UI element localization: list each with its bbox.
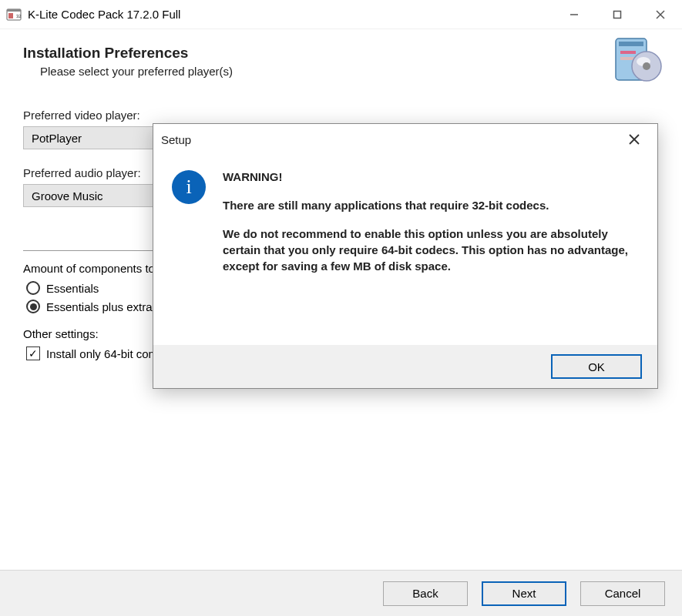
dialog-title: Setup xyxy=(153,124,657,155)
ok-button[interactable]: OK xyxy=(551,354,642,379)
page-heading: Installation Preferences xyxy=(23,45,659,62)
installer-logo-icon xyxy=(611,34,664,86)
radio-icon xyxy=(26,281,40,295)
cancel-button[interactable]: Cancel xyxy=(580,581,665,606)
warning-line2: We do not recommend to enable this optio… xyxy=(223,227,628,273)
back-button[interactable]: Back xyxy=(383,581,468,606)
svg-rect-9 xyxy=(619,42,643,46)
window-title: K-Lite Codec Pack 17.2.0 Full xyxy=(28,8,553,21)
svg-rect-2 xyxy=(8,13,13,18)
video-player-label: Preferred video player: xyxy=(23,109,659,122)
checkbox-icon xyxy=(26,346,40,360)
window-controls xyxy=(553,0,682,29)
minimize-button[interactable] xyxy=(553,0,596,29)
radio-essentials-extras-label: Essentials plus extras xyxy=(46,300,158,313)
dialog-footer: OK xyxy=(153,345,657,388)
video-player-value: PotPlayer xyxy=(32,132,82,145)
warning-dialog: Setup i WARNING! There are still many ap… xyxy=(153,123,658,389)
close-button[interactable] xyxy=(639,0,682,29)
footer: Back Next Cancel xyxy=(0,570,682,616)
app-icon: 321 xyxy=(6,7,22,22)
next-button[interactable]: Next xyxy=(482,581,566,606)
info-icon: i xyxy=(172,170,206,204)
radio-essentials-label: Essentials xyxy=(46,282,99,295)
svg-rect-1 xyxy=(7,9,21,12)
maximize-button[interactable] xyxy=(596,0,639,29)
svg-rect-5 xyxy=(614,11,621,18)
audio-player-value: Groove Music xyxy=(32,189,103,203)
dialog-body: i WARNING! There are still many applicat… xyxy=(153,155,657,286)
radio-icon xyxy=(26,300,40,313)
titlebar: 321 K-Lite Codec Pack 17.2.0 Full xyxy=(0,0,682,29)
page-subheading: Please select your preferred player(s) xyxy=(23,65,659,78)
warning-line1: There are still many applications that r… xyxy=(223,199,549,212)
svg-text:321: 321 xyxy=(16,14,22,18)
dialog-close-button[interactable] xyxy=(617,127,651,152)
warning-heading: WARNING! xyxy=(223,170,283,183)
svg-rect-10 xyxy=(620,51,636,54)
svg-point-14 xyxy=(643,62,650,70)
dialog-text: WARNING! There are still many applicatio… xyxy=(223,169,639,286)
